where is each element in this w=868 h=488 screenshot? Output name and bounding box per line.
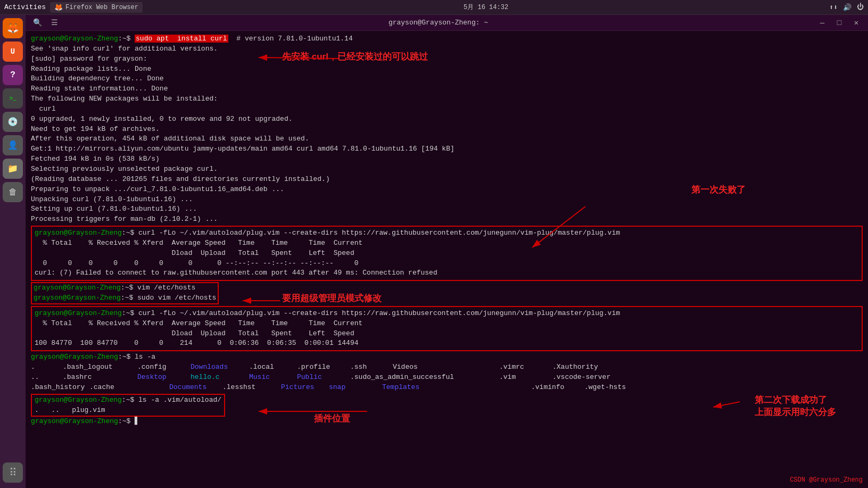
vim-hosts-box: grayson@Grayson-Zheng:~$ vim /etc/hosts … — [31, 282, 219, 304]
output-line-5: Building dependency tree... Done — [31, 74, 863, 84]
ls-output-row1: ..bash_logout.configDownloads.local.prof… — [31, 362, 863, 373]
annotation-second-success: 第二次下载成功了 上面显示用时六分多 — [755, 394, 836, 418]
volume-icon[interactable]: 🔊 — [843, 3, 852, 12]
output-line-18: Setting up curl (7.81.0-1ubuntu1.16) ... — [31, 204, 863, 214]
terminal-titlebar-left: 🔍 ☰ — [31, 18, 61, 28]
power-icon[interactable]: ⏻ — [857, 3, 864, 11]
terminal-content[interactable]: grayson@Grayson-Zheng:~$ sudo apt instal… — [26, 31, 868, 488]
second-curl-attempt-box: grayson@Grayson-Zheng:~$ curl -fLo ~/.vi… — [31, 306, 863, 351]
curl2-cmd-line: grayson@Grayson-Zheng:~$ curl -fLo ~/.vi… — [35, 309, 859, 319]
ls-autoload-output: . .. plug.vim — [35, 406, 221, 416]
activities-button[interactable]: Activities — [4, 3, 46, 11]
sudo-vim-hosts-line: grayson@Grayson-Zheng:~$ sudo vim /etc/h… — [34, 293, 216, 303]
output-line-14: Selecting previously unselected package … — [31, 164, 863, 175]
curl1-table-sub: Dload Upload Total Spent Left Speed — [35, 249, 859, 259]
ls-output-row3: .bash_history.cacheDocuments.lesshstPict… — [31, 383, 863, 393]
sidebar-icon-terminal[interactable]: >_ — [3, 88, 23, 109]
output-line-10: Need to get 194 kB of archives. — [31, 125, 863, 135]
sidebar-icon-trash[interactable]: 🗑 — [3, 182, 23, 202]
curl2-table-header: % Total % Received % Xferd Average Speed… — [35, 319, 859, 329]
curl1-table-header: % Total % Received % Xferd Average Speed… — [35, 238, 859, 249]
output-line-12: Get:1 http://mirrors.aliyun.com/ubuntu j… — [31, 144, 863, 154]
output-line-2: See 'snap info curl' for additional vers… — [31, 44, 863, 54]
curl2-table-row: 100 84770 100 84770 0 0 214 0 0:06:36 0:… — [35, 338, 859, 349]
top-bar-controls: ⬆⬇ 🔊 ⏻ — [829, 3, 864, 12]
curl1-cmd-line: grayson@Grayson-Zheng:~$ curl -fLo ~/.vi… — [35, 228, 859, 238]
ls-a-cmd: grayson@Grayson-Zheng:~$ ls -a — [31, 352, 863, 362]
final-prompt: grayson@Grayson-Zheng:~$ ▋ — [31, 417, 863, 427]
top-bar-left: Activities 🦊 Firefox Web Browser — [4, 2, 143, 13]
terminal-titlebar: 🔍 ☰ grayson@Grayson-Zheng: ~ — □ ✕ — [26, 15, 868, 31]
ls-output-row2: ...bashrcDesktophello.cMusicPublic.sudo_… — [31, 373, 863, 383]
output-line-11: After this operation, 454 kB of addition… — [31, 134, 863, 144]
terminal-close-button[interactable]: ✕ — [850, 18, 863, 28]
sidebar: 🦊 U ? >_ 💿 👤 📁 🗑 ⠿ — [0, 15, 26, 488]
top-bar-datetime: 5月 16 14:32 — [464, 3, 508, 12]
first-curl-attempt-box: grayson@Grayson-Zheng:~$ curl -fLo ~/.vi… — [31, 226, 863, 281]
sidebar-icon-person[interactable]: 👤 — [3, 135, 23, 155]
curl1-error: curl: (7) Failed to connect to raw.githu… — [35, 268, 859, 278]
annotation-first-fail: 第一次失败了 — [691, 184, 746, 196]
output-line-9: 0 upgraded, 1 newly installed, 0 to remo… — [31, 114, 863, 125]
output-line-15: (Reading database ... 201265 files and d… — [31, 175, 863, 185]
terminal-window-controls: — □ ✕ — [816, 18, 863, 28]
sidebar-icon-ubuntu[interactable]: U — [3, 42, 23, 62]
ls-autoload-cmd: grayson@Grayson-Zheng:~$ ls -a .vim/auto… — [35, 395, 221, 406]
network-icon[interactable]: ⬆⬇ — [829, 3, 838, 12]
output-line-4: Reading package lists... Done — [31, 64, 863, 75]
sidebar-icon-help[interactable]: ? — [3, 65, 23, 85]
sidebar-icon-disk[interactable]: 💿 — [3, 112, 23, 132]
output-line-8: curl — [31, 104, 863, 114]
output-line-13: Fetched 194 kB in 0s (538 kB/s) — [31, 154, 863, 164]
output-line-3: [sudo] password for grayson: — [31, 54, 863, 64]
output-line-7: The following NEW packages will be insta… — [31, 94, 863, 104]
terminal-title: grayson@Grayson-Zheng: ~ — [61, 19, 816, 27]
terminal-minimize-button[interactable]: — — [816, 18, 829, 28]
top-bar: Activities 🦊 Firefox Web Browser 5月 16 1… — [0, 0, 868, 15]
firefox-tab-icon: 🦊 — [54, 3, 63, 12]
ls-autoload-box: grayson@Grayson-Zheng:~$ ls -a .vim/auto… — [31, 394, 225, 417]
vim-hosts-line: grayson@Grayson-Zheng:~$ vim /etc/hosts — [34, 283, 216, 293]
output-line-1: grayson@Grayson-Zheng:~$ sudo apt instal… — [31, 34, 863, 44]
sidebar-bottom: ⠿ — [3, 462, 23, 483]
annotation-sudo: 要用超级管理员模式修改 — [282, 292, 382, 304]
terminal-search-button[interactable]: 🔍 — [31, 18, 44, 28]
terminal-maximize-button[interactable]: □ — [833, 18, 846, 28]
firefox-tab[interactable]: 🦊 Firefox Web Browser — [50, 2, 143, 13]
firefox-tab-label: Firefox Web Browser — [65, 4, 138, 11]
terminal-menu-button[interactable]: ☰ — [48, 18, 61, 28]
curl2-table-sub: Dload Upload Total Spent Left Speed — [35, 329, 859, 339]
curl1-table-row: 0 0 0 0 0 0 0 0 --:--:-- --:--:-- --:--:… — [35, 259, 859, 269]
output-line-17: Unpacking curl (7.81.0-1ubuntu1.16) ... — [31, 195, 863, 205]
show-applications-button[interactable]: ⠿ — [3, 462, 23, 483]
watermark: CSDN @Grayson_Zheng — [790, 476, 863, 484]
output-line-6: Reading state information... Done — [31, 84, 863, 94]
annotation-plugin-location: 插件位置 — [314, 412, 350, 425]
terminal-window: 🔍 ☰ grayson@Grayson-Zheng: ~ — □ ✕ grays… — [26, 15, 868, 488]
output-line-19: Processing triggers for man-db (2.10.2-1… — [31, 214, 863, 225]
annotation-curl-install: 先安装 curl，已经安装过的可以跳过 — [282, 51, 428, 63]
sidebar-icon-files[interactable]: 📁 — [3, 159, 23, 179]
sidebar-icon-firefox[interactable]: 🦊 — [3, 18, 23, 38]
